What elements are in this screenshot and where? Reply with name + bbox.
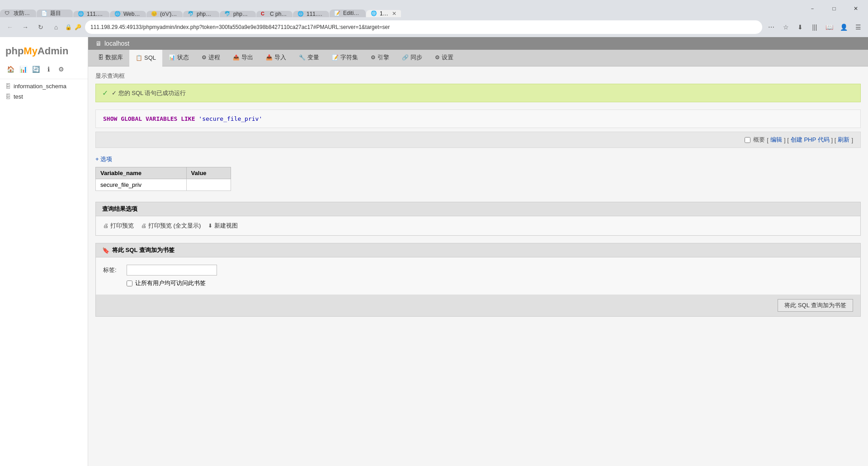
- tab-close-11[interactable]: ✕: [391, 10, 398, 17]
- bookmark-header: 🔖 将此 SQL 查询加为书签: [96, 243, 860, 257]
- sidebar-db-label-test: test: [14, 93, 23, 100]
- bookmark-form-row: 标签:: [103, 265, 853, 276]
- extensions-button[interactable]: ⋯: [765, 21, 778, 33]
- tab-label-3: 111.198.29.45:4: [87, 11, 105, 17]
- browser-tab-8[interactable]: C C phpmyadm: [256, 11, 292, 17]
- tab-sync[interactable]: 🔗 同步: [396, 50, 429, 66]
- sql-kw-global: GLOBAL: [121, 115, 142, 122]
- browser-tab-9[interactable]: 🌐 111.198.29.45:: [293, 11, 329, 17]
- print-preview-full-link[interactable]: 🖨 打印预览 (全文显示): [141, 222, 201, 230]
- db-icon-test: 🗄: [5, 94, 11, 100]
- url-input[interactable]: [85, 20, 762, 34]
- tabs-area: 🛡 攻防世界_百 📄 题目 🌐 111.198.29.45:4 🌐 Web_ph…: [0, 0, 401, 17]
- print-preview-link[interactable]: 🖨 打印预览: [103, 222, 134, 230]
- browser-tab-2[interactable]: 📄 题目: [37, 10, 73, 17]
- home-button[interactable]: ⌂: [50, 21, 62, 33]
- sql-display: SHOW GLOBAL VARIABLES LIKE 'secure_file_…: [95, 109, 861, 128]
- browser-tab-11[interactable]: 🌐 111.198. ✕: [366, 10, 401, 17]
- tab-engines[interactable]: ⚙ 引擎: [364, 50, 396, 66]
- tab-icon-status: 📊: [169, 54, 175, 61]
- tab-label-6: phpmyadm: [197, 11, 215, 17]
- bookmark-star-button[interactable]: ☆: [779, 21, 792, 33]
- tab-label-process: 进程: [208, 53, 220, 62]
- tab-export[interactable]: 📤 导出: [226, 50, 259, 66]
- logo-php: php: [5, 45, 24, 57]
- print-preview-label: 打印预览: [110, 222, 134, 230]
- logo-my: My: [24, 45, 38, 57]
- options-toggle[interactable]: + 选项: [95, 155, 112, 163]
- bookmark-body: 标签: 让所有用户均可访问此书签: [96, 257, 860, 295]
- tab-status[interactable]: 📊 状态: [162, 50, 195, 66]
- bookmark-panel: 🔖 将此 SQL 查询加为书签 标签: 让所有用户均可访问此书签 将此 SQL …: [95, 243, 861, 317]
- server-icon: 🖥: [95, 40, 102, 47]
- sidebar-item-information-schema[interactable]: 🗄 information_schema: [0, 81, 88, 91]
- sidebar-reload-button[interactable]: 🔄: [31, 64, 41, 74]
- downloads-button[interactable]: ⬇: [794, 21, 807, 33]
- tab-label-2: 题目: [50, 10, 68, 17]
- main-content: 🖥 localhost 🗄 数据库 📋 SQL 📊 状态 ⚙ 进程 📤: [88, 37, 868, 466]
- sidebar-db-button[interactable]: 📊: [18, 64, 28, 74]
- sidebar: phpMyAdmin 🏠 📊 🔄 ℹ ⚙ 🗄 information_schem…: [0, 37, 88, 466]
- tab-import[interactable]: 📥 导入: [259, 50, 292, 66]
- success-banner: ✓ ✓ 您的 SQL 语句已成功运行: [95, 84, 861, 102]
- tab-icon-settings: ⚙: [435, 54, 440, 61]
- browser-actions: ⋯ ☆ ⬇ ||| 📖 👤 ☰: [765, 21, 864, 33]
- sidebar-item-test[interactable]: 🗄 test: [0, 91, 88, 102]
- tab-settings[interactable]: ⚙ 设置: [429, 50, 460, 66]
- sql-kw-show: SHOW: [103, 115, 117, 122]
- tab-sql[interactable]: 📋 SQL: [129, 50, 162, 67]
- refresh-link[interactable]: 刷新: [838, 136, 849, 144]
- bookmark-public-checkbox[interactable]: [127, 281, 132, 286]
- browser-tab-6[interactable]: 🐬 phpmyadm: [183, 11, 219, 17]
- address-bar: ← → ↻ ⌂ 🔒 🔑 ⋯ ☆ ⬇ ||| 📖 👤 ☰: [0, 17, 868, 37]
- edit-link[interactable]: 编辑: [770, 136, 782, 144]
- close-button[interactable]: ✕: [845, 2, 866, 15]
- tab-label-4: Web_php_ir: [123, 11, 142, 17]
- tab-databases[interactable]: 🗄 数据库: [92, 50, 129, 66]
- forward-button[interactable]: →: [19, 21, 32, 33]
- minimize-button[interactable]: －: [802, 2, 823, 15]
- tab-label-11: 111.198.: [380, 10, 388, 17]
- sidebar-db-label-information-schema: information_schema: [14, 83, 66, 90]
- server-name: localhost: [104, 40, 129, 47]
- menu-button[interactable]: ☰: [852, 21, 864, 33]
- sidebar-settings-button[interactable]: ⚙: [56, 64, 66, 74]
- browser-tab-5[interactable]: 😊 (ο'ν')∠Hi: [146, 11, 183, 17]
- success-check-icon: ✓: [102, 89, 108, 97]
- server-header: 🖥 localhost: [88, 37, 868, 50]
- browser-tab-4[interactable]: 🌐 Web_php_ir: [110, 11, 146, 17]
- show-query-link[interactable]: 显示查询框: [95, 72, 125, 80]
- db-icon-information-schema: 🗄: [5, 83, 11, 90]
- new-view-link[interactable]: ⬇ 新建视图: [208, 222, 238, 230]
- tab-icon-variables: 🔧: [299, 54, 306, 61]
- query-options-panel: 查询结果选项 🖨 打印预览 🖨 打印预览 (全文显示) ⬇ 新建视图: [95, 202, 861, 236]
- reading-view-button[interactable]: 📖: [823, 21, 835, 33]
- account-button[interactable]: 👤: [837, 21, 850, 33]
- sidebar-info-button[interactable]: ℹ: [43, 64, 53, 74]
- tab-variables[interactable]: 🔧 变量: [292, 50, 326, 66]
- tab-process[interactable]: ⚙ 进程: [195, 50, 226, 66]
- bookmarks-button[interactable]: |||: [808, 21, 821, 33]
- browser-tab-10[interactable]: 📝 Editing · 代: [330, 10, 366, 17]
- overview-checkbox[interactable]: [745, 137, 750, 143]
- query-options-title: 查询结果选项: [102, 205, 137, 213]
- browser-tab-3[interactable]: 🌐 111.198.29.45:4: [73, 11, 109, 17]
- print-preview-full-icon: 🖨: [141, 223, 146, 229]
- bookmark-submit-button[interactable]: 将此 SQL 查询加为书签: [778, 299, 853, 312]
- tab-label-sync: 同步: [410, 53, 422, 62]
- col-header-value: Value: [186, 167, 231, 179]
- create-php-link[interactable]: 创建 PHP 代码: [791, 136, 830, 144]
- page-wrapper: phpMyAdmin 🏠 📊 🔄 ℹ ⚙ 🗄 information_schem…: [0, 37, 868, 466]
- browser-tab-7[interactable]: 🐬 phpmyadm: [220, 11, 256, 17]
- tab-charset[interactable]: 📝 字符集: [326, 50, 364, 66]
- maximize-button[interactable]: □: [824, 2, 844, 15]
- results-table: Variable_name Value secure_file_priv: [95, 167, 231, 191]
- bookmark-name-input[interactable]: [127, 265, 217, 276]
- tab-favicon-8: C: [261, 11, 267, 17]
- back-button[interactable]: ←: [4, 21, 16, 33]
- browser-tab-1[interactable]: 🛡 攻防世界_百: [0, 10, 36, 17]
- reload-button[interactable]: ↻: [34, 21, 47, 33]
- sidebar-home-button[interactable]: 🏠: [5, 64, 15, 74]
- print-preview-full-label: 打印预览 (全文显示): [148, 222, 201, 230]
- tab-favicon-4: 🌐: [114, 11, 121, 17]
